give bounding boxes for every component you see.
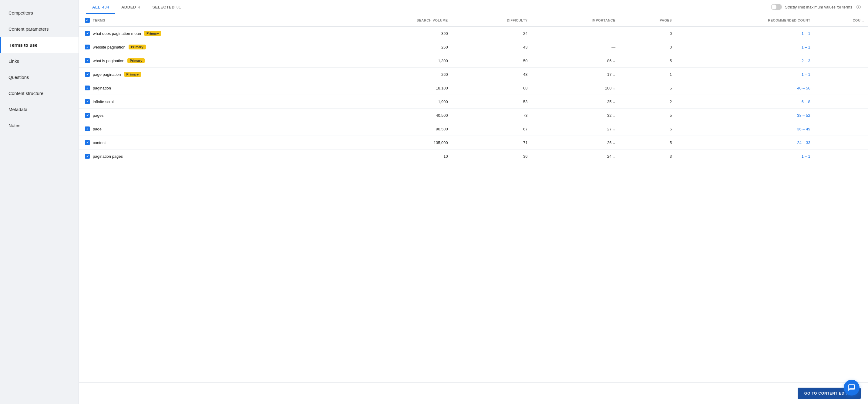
row-checkbox-3[interactable]	[85, 72, 90, 77]
count-8	[815, 136, 868, 150]
recommended-count-link-8[interactable]: 24 – 33	[797, 141, 810, 145]
recommended-count-1: 1 – 1	[676, 40, 814, 54]
importance-chevron-9[interactable]: ⌄	[613, 155, 615, 159]
pages-7: 5	[620, 122, 676, 136]
search-volume-5: 1,900	[344, 95, 452, 108]
tab-selected[interactable]: SELECTED81	[146, 0, 187, 14]
importance-chevron-7[interactable]: ⌄	[613, 127, 615, 131]
importance-chevron-5[interactable]: ⌄	[613, 100, 615, 104]
row-checkbox-0[interactable]	[85, 31, 90, 36]
sidebar-item-competitors[interactable]: Competitors	[0, 5, 79, 21]
term-cell-5: infinite scroll	[79, 95, 344, 108]
sidebar: Competitors Content parameters Terms to …	[0, 0, 79, 404]
importance-chevron-6[interactable]: ⌄	[613, 114, 615, 118]
search-volume-0: 390	[344, 27, 452, 40]
search-volume-2: 1,300	[344, 54, 452, 68]
chat-bubble-button[interactable]	[844, 380, 860, 396]
terms-col-label: TERMS	[93, 19, 105, 22]
sidebar-item-metadata[interactable]: Metadata	[0, 101, 79, 117]
sidebar-item-content-parameters[interactable]: Content parameters	[0, 21, 79, 37]
count-4	[815, 81, 868, 95]
tab-selected-count: 81	[177, 5, 181, 9]
row-checkbox-4[interactable]	[85, 86, 90, 90]
info-icon[interactable]: i	[857, 5, 861, 9]
recommended-count-0: 1 – 1	[676, 27, 814, 40]
recommended-count-link-0[interactable]: 1 – 1	[802, 31, 810, 36]
importance-chevron-3[interactable]: ⌄	[613, 73, 615, 77]
term-text-8: content	[93, 141, 106, 145]
pages-4: 5	[620, 81, 676, 95]
recommended-count-link-4[interactable]: 40 – 56	[797, 86, 810, 90]
pages-8: 5	[620, 136, 676, 150]
recommended-count-link-2[interactable]: 2 – 3	[802, 59, 810, 63]
count-2	[815, 54, 868, 68]
search-volume-3: 260	[344, 68, 452, 81]
table-row: pagination pages 10 36 24 ⌄ 3 1 – 1	[79, 150, 868, 163]
importance-0: —	[532, 27, 620, 40]
pages-0: 0	[620, 27, 676, 40]
pages-6: 5	[620, 108, 676, 122]
recommended-count-link-9[interactable]: 1 – 1	[802, 154, 810, 159]
sidebar-item-questions[interactable]: Questions	[0, 69, 79, 85]
search-volume-6: 40,500	[344, 108, 452, 122]
table-row: page 90,500 67 27 ⌄ 5 36 – 49	[79, 122, 868, 136]
term-text-4: pagination	[93, 86, 111, 90]
table-row: website pagination Primary 260 43 — 0 1 …	[79, 40, 868, 54]
search-volume-8: 135,000	[344, 136, 452, 150]
pages-5: 2	[620, 95, 676, 108]
row-checkbox-8[interactable]	[85, 140, 90, 145]
row-checkbox-2[interactable]	[85, 58, 90, 63]
sidebar-item-links[interactable]: Links	[0, 53, 79, 69]
tab-all-count: 434	[102, 5, 109, 9]
tab-all[interactable]: ALL434	[86, 0, 115, 14]
select-all-checkbox[interactable]	[85, 18, 90, 23]
recommended-count-7: 36 – 49	[676, 122, 814, 136]
recommended-count-link-3[interactable]: 1 – 1	[802, 72, 810, 77]
pages-9: 3	[620, 150, 676, 163]
count-3	[815, 68, 868, 81]
term-cell-9: pagination pages	[79, 150, 344, 163]
strictly-limit-toggle[interactable]	[771, 4, 782, 10]
importance-6: 32 ⌄	[532, 108, 620, 122]
term-text-2: what is pagination	[93, 59, 124, 63]
col-header-difficulty: DIFFICULTY	[452, 14, 532, 27]
pages-1: 0	[620, 40, 676, 54]
recommended-count-link-1[interactable]: 1 – 1	[802, 45, 810, 50]
row-checkbox-9[interactable]	[85, 154, 90, 159]
recommended-count-link-7[interactable]: 36 – 49	[797, 127, 810, 131]
importance-chevron-8[interactable]: ⌄	[613, 141, 615, 145]
table-row: pages 40,500 73 32 ⌄ 5 38 – 52	[79, 108, 868, 122]
importance-chevron-2[interactable]: ⌄	[613, 59, 615, 63]
col-header-pages: PAGES	[620, 14, 676, 27]
terms-table: TERMS SEARCH VOLUME DIFFICULTY IMPORTANC…	[79, 14, 868, 163]
sidebar-item-content-structure[interactable]: Content structure	[0, 85, 79, 101]
sidebar-item-notes[interactable]: Notes	[0, 117, 79, 133]
row-checkbox-6[interactable]	[85, 113, 90, 118]
difficulty-3: 48	[452, 68, 532, 81]
term-text-0: what does pagination mean	[93, 31, 141, 36]
recommended-count-5: 6 – 8	[676, 95, 814, 108]
term-cell-8: content	[79, 136, 344, 150]
col-header-importance: IMPORTANCE	[532, 14, 620, 27]
recommended-count-link-5[interactable]: 6 – 8	[802, 99, 810, 104]
row-checkbox-5[interactable]	[85, 99, 90, 104]
tabs-left: ALL434 ADDED4 SELECTED81	[86, 0, 187, 14]
term-text-3: page pagination	[93, 72, 121, 77]
recommended-count-4: 40 – 56	[676, 81, 814, 95]
term-cell-2: what is pagination Primary	[79, 54, 344, 68]
term-cell-4: pagination	[79, 81, 344, 95]
tab-added-label: ADDED	[121, 5, 136, 9]
row-checkbox-1[interactable]	[85, 44, 90, 50]
recommended-count-2: 2 – 3	[676, 54, 814, 68]
importance-chevron-4[interactable]: ⌄	[613, 87, 615, 90]
term-cell-3: page pagination Primary	[79, 68, 344, 81]
recommended-count-link-6[interactable]: 38 – 52	[797, 113, 810, 118]
count-5	[815, 95, 868, 108]
difficulty-4: 68	[452, 81, 532, 95]
term-text-6: pages	[93, 113, 103, 118]
difficulty-6: 73	[452, 108, 532, 122]
badge-primary-0: Primary	[144, 31, 161, 36]
tab-added[interactable]: ADDED4	[115, 0, 146, 14]
sidebar-item-terms-to-use[interactable]: Terms to use	[0, 37, 79, 53]
row-checkbox-7[interactable]	[85, 126, 90, 131]
